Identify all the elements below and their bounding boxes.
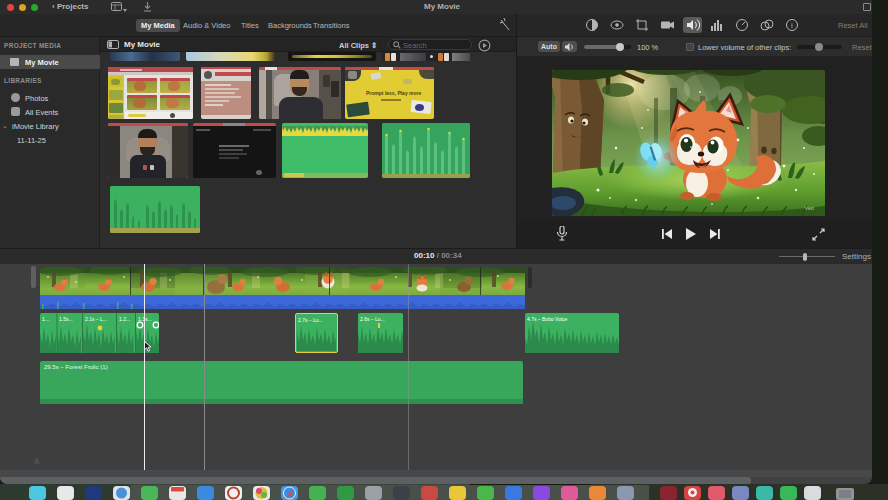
svg-text:1.2...: 1.2... (119, 316, 130, 322)
svg-text:2.6s – Lu...: 2.6s – Lu... (360, 316, 385, 322)
svg-text:2.1s – L...: 2.1s – L... (85, 316, 107, 322)
svg-text:i: i (791, 21, 793, 30)
svg-text:1.5s...: 1.5s... (59, 316, 73, 322)
svg-text:4.7s – Bobo Voice: 4.7s – Bobo Voice (527, 316, 568, 322)
svg-text:1...: 1... (42, 316, 49, 322)
svg-text:Veo: Veo (805, 205, 814, 211)
svg-text:2.7s – Lu...: 2.7s – Lu... (298, 317, 323, 323)
